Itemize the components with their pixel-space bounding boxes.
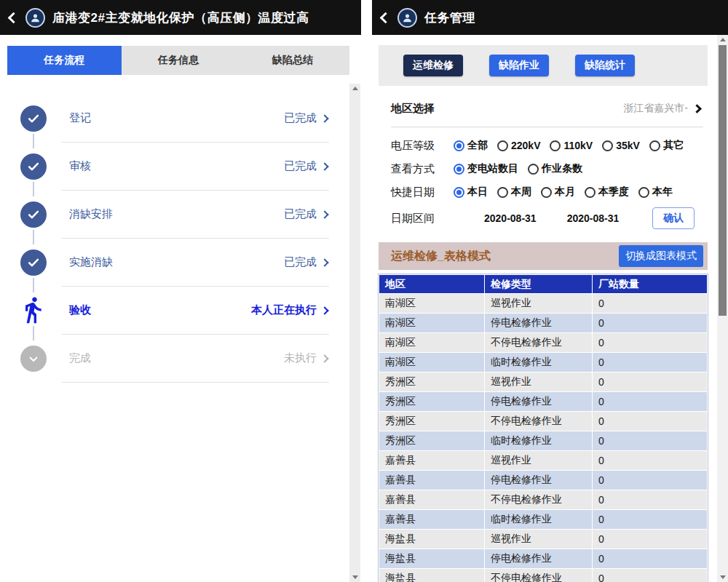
table-cell: 嘉善县 — [379, 490, 485, 510]
table-row[interactable]: 嘉善县停电检修作业0 — [379, 471, 708, 490]
step-row-登记[interactable]: 登记已完成 — [0, 95, 349, 143]
start-date-field[interactable]: 2020-08-31 — [484, 212, 537, 224]
table-cell: 秀洲区 — [379, 392, 485, 412]
step-label: 消缺安排 — [69, 207, 113, 221]
toolbar-button-缺陷统计[interactable]: 缺陷统计 — [575, 55, 635, 76]
divider — [62, 382, 329, 383]
radio-option-本日[interactable]: 本日 — [454, 186, 488, 199]
table-row[interactable]: 嘉善县巡视作业0 — [379, 451, 708, 471]
toolbar-button-运维检修[interactable]: 运维检修 — [403, 55, 463, 76]
table-cell: 巡视作业 — [485, 294, 593, 314]
toolbar-button-缺陷作业[interactable]: 缺陷作业 — [489, 55, 549, 76]
step-row-消缺安排[interactable]: 消缺安排已完成 — [0, 191, 349, 239]
tab-任务信息[interactable]: 任务信息 — [122, 46, 236, 75]
table-cell: 嘉善县 — [379, 510, 485, 530]
table-cell: 0 — [593, 451, 708, 471]
table-row[interactable]: 秀洲区不停电检修作业0 — [379, 412, 708, 431]
table-cell: 0 — [593, 510, 708, 530]
radio-option-全部[interactable]: 全部 — [454, 139, 488, 152]
radio-option-label: 35kV — [616, 140, 640, 151]
table-row[interactable]: 嘉善县临时检修作业0 — [379, 510, 708, 530]
table-cell: 0 — [593, 530, 708, 549]
step-status: 已完成 — [284, 255, 328, 269]
column-header-地区: 地区 — [379, 275, 485, 294]
back-icon[interactable] — [380, 12, 392, 23]
radio-group: 全部220kV110kV35kV其它 — [454, 139, 684, 152]
user-avatar-icon[interactable] — [397, 8, 417, 28]
radio-option-本周[interactable]: 本周 — [497, 186, 531, 199]
step-row-完成[interactable]: 完成未执行 — [0, 335, 349, 383]
right-scrollbar[interactable] — [717, 35, 728, 582]
radio-option-label: 本周 — [511, 186, 531, 199]
table-row[interactable]: 海盐县停电检修作业0 — [379, 549, 708, 569]
user-avatar-icon[interactable] — [25, 8, 45, 28]
scroll-up-icon[interactable] — [720, 38, 726, 41]
table-cell: 0 — [593, 431, 708, 451]
divider — [391, 127, 703, 127]
maintenance-table: 地区检修类型厂站数量 南湖区巡视作业0南湖区停电检修作业0南湖区不停电检修作业0… — [379, 274, 708, 582]
step-status: 已完成 — [284, 159, 328, 173]
radio-option-label: 本日 — [467, 186, 488, 199]
table-row[interactable]: 秀洲区停电检修作业0 — [379, 392, 708, 412]
switch-to-chart-button[interactable]: 切换成图表模式 — [619, 245, 703, 267]
table-cell: 0 — [593, 372, 708, 392]
table-row[interactable]: 秀洲区临时检修作业0 — [379, 431, 708, 451]
scroll-down-icon[interactable] — [352, 575, 358, 579]
table-row[interactable]: 秀洲区巡视作业0 — [379, 372, 708, 392]
step-row-实施消缺[interactable]: 实施消缺已完成 — [0, 239, 349, 287]
tab-缺陷总结[interactable]: 缺陷总结 — [235, 46, 349, 75]
radio-option-label: 其它 — [663, 139, 684, 152]
tab-任务流程[interactable]: 任务流程 — [7, 46, 122, 75]
table-cell: 0 — [593, 353, 708, 372]
scroll-down-icon[interactable] — [720, 575, 726, 579]
radio-option-35kV[interactable]: 35kV — [602, 140, 640, 151]
chevron-right-icon — [320, 210, 328, 218]
page-title: 任务管理 — [424, 9, 475, 26]
scroll-up-icon[interactable] — [352, 87, 358, 90]
step-status: 未执行 — [284, 351, 328, 365]
radio-option-变电站数目[interactable]: 变电站数目 — [454, 162, 518, 175]
step-status: 已完成 — [284, 207, 328, 221]
scrollbar-thumb[interactable] — [719, 45, 727, 316]
region-select-row[interactable]: 地区选择 浙江省嘉兴市- — [391, 97, 700, 119]
chevron-right-icon — [320, 114, 328, 122]
radio-option-其它[interactable]: 其它 — [649, 139, 684, 152]
table-row[interactable]: 嘉善县不停电检修作业0 — [379, 490, 708, 510]
table-cell: 巡视作业 — [485, 530, 593, 549]
end-date-field[interactable]: 2020-08-31 — [567, 212, 620, 224]
table-row[interactable]: 海盐县不停电检修作业0 — [379, 569, 708, 582]
table-cell: 停电检修作业 — [485, 392, 593, 412]
radio-option-label: 本年 — [652, 186, 673, 199]
radio-icon — [602, 140, 613, 151]
radio-option-220kV[interactable]: 220kV — [497, 140, 540, 151]
table-cell: 0 — [593, 412, 708, 431]
radio-option-本季度[interactable]: 本季度 — [585, 186, 629, 199]
table-cell: 不停电检修作业 — [485, 569, 593, 582]
radio-group: 本日本周本月本季度本年 — [454, 186, 673, 199]
table-row[interactable]: 南湖区停电检修作业0 — [379, 314, 708, 333]
table-row[interactable]: 南湖区不停电检修作业0 — [379, 333, 708, 353]
table-cell: 不停电检修作业 — [485, 412, 593, 431]
table-cell: 海盐县 — [379, 549, 485, 569]
table-row[interactable]: 南湖区临时检修作业0 — [379, 353, 708, 372]
table-row[interactable]: 海盐县巡视作业0 — [379, 530, 708, 549]
radio-option-作业条数[interactable]: 作业条数 — [528, 162, 582, 175]
walking-person-icon — [20, 298, 47, 324]
radio-option-本年[interactable]: 本年 — [638, 186, 673, 199]
confirm-button[interactable]: 确认 — [652, 207, 695, 229]
radio-icon — [454, 140, 464, 151]
radio-option-本月[interactable]: 本月 — [541, 186, 575, 199]
table-cell: 0 — [593, 294, 708, 314]
check-circle-icon — [20, 154, 47, 180]
radio-option-110kV[interactable]: 110kV — [550, 140, 593, 151]
step-row-审核[interactable]: 审核已完成 — [0, 143, 349, 191]
radio-option-label: 本季度 — [598, 186, 629, 199]
radio-option-label: 全部 — [467, 139, 488, 152]
left-scrollbar[interactable] — [349, 84, 360, 582]
table-row[interactable]: 南湖区巡视作业0 — [379, 294, 708, 314]
radio-option-label: 变电站数目 — [467, 162, 518, 175]
back-icon[interactable] — [8, 12, 20, 23]
check-circle-icon — [20, 250, 47, 276]
step-row-验收[interactable]: 验收本人正在执行 — [0, 287, 349, 335]
left-appbar: 庙港变2#主变就地化保护（高压侧）温度过高 — [0, 0, 361, 35]
